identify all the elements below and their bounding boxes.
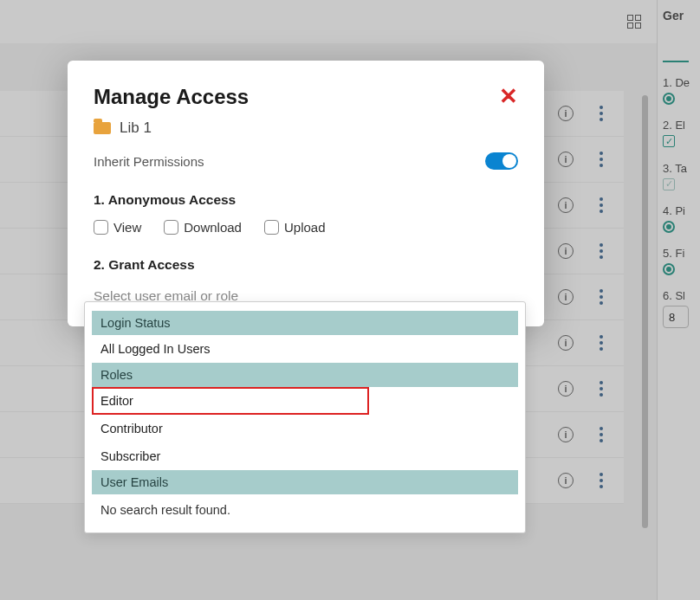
inherit-permissions-label: Inherit Permissions (94, 154, 204, 169)
dropdown-group-user-emails: User Emails (92, 470, 518, 494)
dropdown-group-roles: Roles (92, 363, 518, 387)
dropdown-item-editor[interactable]: Editor (92, 387, 369, 415)
folder-row: Lib 1 (94, 119, 518, 137)
dropdown-item-subscriber[interactable]: Subscriber (92, 442, 518, 470)
dropdown-no-result: No search result found. (92, 494, 518, 517)
view-checkbox[interactable] (94, 220, 108, 235)
grant-access-heading: 2. Grant Access (94, 257, 518, 273)
manage-access-modal: Manage Access ✕ Lib 1 Inherit Permission… (68, 61, 544, 326)
modal-title: Manage Access (94, 85, 249, 109)
dropdown-item-contributor[interactable]: Contributor (92, 415, 518, 442)
user-role-dropdown: Login Status All Logged In Users Roles E… (84, 301, 526, 533)
upload-label: Upload (284, 220, 326, 235)
download-label: Download (184, 220, 242, 235)
dropdown-group-login-status: Login Status (92, 311, 518, 335)
folder-name: Lib 1 (120, 119, 152, 137)
download-checkbox[interactable] (164, 220, 178, 235)
upload-checkbox[interactable] (264, 220, 279, 235)
inherit-permissions-toggle[interactable] (485, 152, 518, 170)
close-icon[interactable]: ✕ (499, 85, 518, 107)
dropdown-item-all-logged-in[interactable]: All Logged In Users (92, 335, 518, 363)
anonymous-access-heading: 1. Anonymous Access (94, 192, 518, 208)
folder-icon (94, 122, 111, 134)
view-label: View (113, 220, 141, 235)
